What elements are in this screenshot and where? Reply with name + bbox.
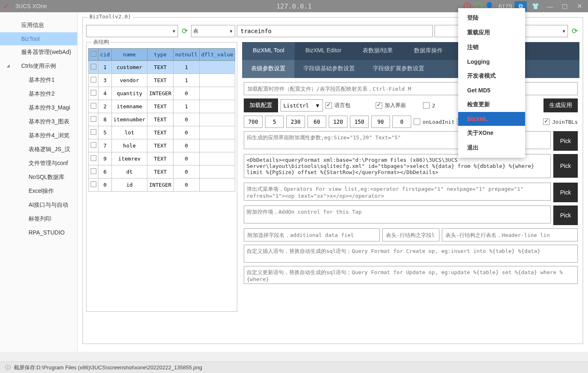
row-checkbox[interactable]: [91, 64, 96, 69]
subtab-table-params[interactable]: 表级参数设置: [242, 60, 294, 78]
menu-item-4[interactable]: 开发者模式: [458, 69, 525, 83]
header-field-input[interactable]: [382, 228, 439, 241]
num-input[interactable]: [371, 116, 390, 128]
row-checkbox[interactable]: [91, 103, 96, 109]
generate-app-button[interactable]: 生成应用: [543, 98, 578, 112]
jointbls-checkbox[interactable]: [543, 118, 550, 125]
maximize-button[interactable]: ▢: [559, 1, 571, 11]
additional-fields-input[interactable]: [244, 228, 380, 241]
tab-bizxml-editor[interactable]: BizXML Editor: [295, 42, 352, 60]
traceinfo-input[interactable]: [237, 25, 433, 37]
table-row[interactable]: 7holeTEXT0: [89, 139, 235, 152]
lang-checkbox[interactable]: [325, 102, 332, 109]
sidebar-item-label[interactable]: 标签列印: [0, 212, 77, 226]
table-row[interactable]: 0idINTEGER0: [89, 179, 235, 192]
sidebar-item-nosql[interactable]: NoSQL数据库: [0, 170, 77, 184]
sidebar-item-rpa[interactable]: RPA_STUDIO: [0, 226, 77, 239]
menu-item-8[interactable]: 关于XOne: [458, 126, 525, 141]
num-input[interactable]: [307, 116, 326, 128]
insert-sql-input[interactable]: [244, 245, 578, 263]
table-row[interactable]: 5lotTEXT0: [89, 126, 235, 139]
sidebar-item-basic1[interactable]: 基本控件1: [0, 73, 77, 87]
schema-table: cid name type notnull dflt_value 1custom…: [88, 48, 235, 192]
menu-item-1[interactable]: 重载应用: [458, 25, 525, 40]
pick-button-4[interactable]: Pick: [553, 205, 578, 225]
onload-checkbox[interactable]: [414, 118, 420, 125]
sidebar-item-webadmin[interactable]: 服务器管理(webAd): [0, 45, 77, 59]
row-checkbox[interactable]: [91, 142, 96, 148]
sidebar-item-tablelogic[interactable]: 表格逻辑_JS_汉: [0, 143, 77, 156]
minimize-button[interactable]: —: [544, 1, 556, 11]
joinui-checkbox[interactable]: [376, 102, 382, 109]
sidebar-item-basic3magi[interactable]: 基本控件3_Magi: [0, 101, 77, 115]
menu-item-2[interactable]: 注销: [458, 40, 525, 55]
num-input[interactable]: [244, 116, 263, 128]
check-icon: ✓: [0, 2, 12, 11]
row-checkbox[interactable]: [91, 155, 96, 161]
sidebar-item-ai[interactable]: AI接口与与自动: [0, 198, 77, 212]
sidebar-item-basic3chart[interactable]: 基本控件3_图表: [0, 115, 77, 129]
menu-item-9[interactable]: 退出: [458, 141, 525, 155]
menu-item-5[interactable]: Get MD5: [458, 83, 525, 97]
table-row[interactable]: 3vendorTEXT1: [89, 74, 235, 87]
host-label: 127.0.0.1: [276, 2, 312, 10]
sidebar-item-filemgmt[interactable]: 文件管理与conf: [0, 156, 77, 170]
refresh-icon-2[interactable]: ⟳: [570, 26, 579, 36]
num-input[interactable]: [265, 116, 284, 128]
sidebar-item-excel[interactable]: Excel操作: [0, 184, 77, 198]
tab-bizxml-tool[interactable]: BizXML Tool: [242, 42, 295, 60]
table-row[interactable]: 2itemnameTEXT1: [89, 100, 235, 113]
pick-button-1[interactable]: Pick: [553, 131, 578, 151]
row-checkbox[interactable]: [91, 116, 96, 122]
row-checkbox[interactable]: [91, 181, 96, 187]
tab-data-result[interactable]: 表数据/结果: [352, 42, 403, 60]
update-sql-input[interactable]: [244, 266, 578, 284]
row-checkbox[interactable]: [91, 129, 96, 135]
row-checkbox[interactable]: [91, 168, 96, 174]
load-config-button[interactable]: 加载配置: [244, 98, 278, 112]
sidebar-item-basic4browse[interactable]: 基本控件4_浏览: [0, 129, 77, 143]
combo-table[interactable]: 表▼: [191, 25, 235, 37]
num-input[interactable]: [350, 116, 369, 128]
menu-item-3[interactable]: Logging: [458, 55, 525, 69]
num2-checkbox[interactable]: [423, 102, 430, 109]
table-row[interactable]: 8itemnumberTEXT0: [89, 113, 235, 126]
listctrl-combo[interactable]: ListCtrl▼: [281, 99, 323, 112]
table-row[interactable]: 9itemrevTEXT0: [89, 152, 235, 165]
menu-item-0[interactable]: 登陆: [458, 11, 525, 25]
header-checkbox[interactable]: [91, 51, 96, 57]
num-input[interactable]: [329, 116, 347, 128]
subtab-field-ext[interactable]: 字段级扩展参数设置: [364, 60, 433, 78]
chevron-down-icon: ▼: [172, 29, 176, 34]
addon-input[interactable]: [244, 205, 551, 223]
mapping-input[interactable]: [244, 82, 465, 95]
table-row[interactable]: 1customerTEXT1: [89, 61, 235, 74]
combo-1[interactable]: ▼: [86, 25, 178, 37]
subtab-field-basic[interactable]: 字段级基础参数设置: [294, 60, 364, 78]
chevron-down-icon: ▼: [229, 29, 233, 34]
table-row[interactable]: 4quantityINTEGER0: [89, 87, 235, 100]
close-button[interactable]: ✕: [573, 1, 586, 11]
sidebar-item-biztool[interactable]: BizTool: [0, 32, 77, 45]
sidebar-item-ctrls[interactable]: ◢Ctrls使用示例: [0, 59, 77, 73]
header-line-input[interactable]: [442, 228, 578, 241]
tab-db-ops[interactable]: 数据库操作: [403, 42, 453, 60]
settings-button[interactable]: 👕: [529, 1, 541, 11]
operators-input[interactable]: [244, 183, 551, 201]
menu-item-7[interactable]: BizXML: [458, 112, 525, 126]
sidebar-item-appinfo[interactable]: 应用信息: [0, 18, 77, 32]
menu-item-6[interactable]: 检查更新: [458, 97, 525, 112]
fieldset-title: BizTool(v2.0): [88, 13, 133, 20]
refresh-icon[interactable]: ⟳: [180, 26, 189, 36]
app-title: 3UCS XOne: [12, 3, 47, 9]
num-input[interactable]: [392, 116, 411, 128]
row-checkbox[interactable]: [91, 77, 96, 83]
pick-button-2[interactable]: Pick: [553, 154, 578, 178]
table-struct-fieldset: 表结构 cid name type notnull dflt_value 1cu…: [86, 42, 237, 312]
table-row[interactable]: 6dtTEXT0: [89, 165, 235, 179]
status-text: 截屏保存:D:\Program Files (x86)\3UCS\screens…: [14, 364, 202, 371]
pick-button-3[interactable]: Pick: [553, 183, 578, 202]
row-checkbox[interactable]: [91, 90, 96, 96]
num-input[interactable]: [286, 116, 305, 128]
sidebar-item-basic2[interactable]: 基本控件2: [0, 87, 77, 101]
